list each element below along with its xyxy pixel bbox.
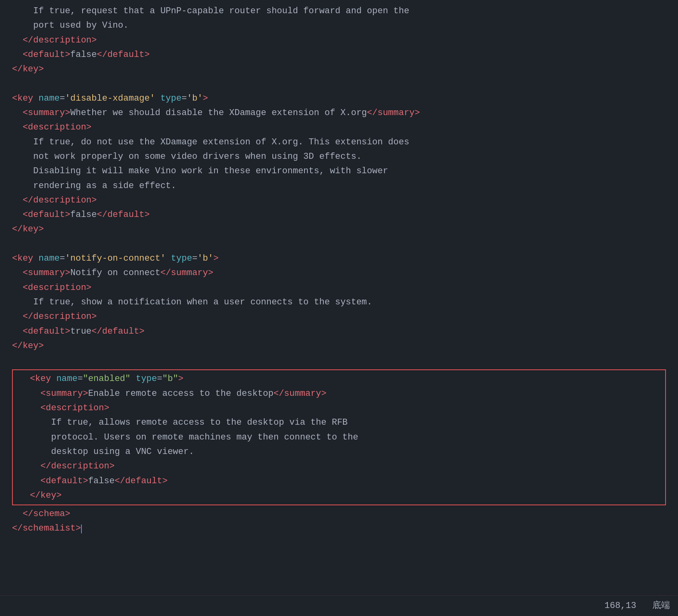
line [8,77,670,91]
line: </description> [15,459,663,474]
cursor [81,525,82,533]
editor: If true, request that a UPnP-capable rou… [0,0,678,616]
line: </key> [15,488,663,503]
line: <description> [15,401,663,415]
line: <description> [8,120,670,135]
line: rendering as a side effect. [8,179,670,193]
editor-mode: 底端 [652,599,670,613]
line: If true, do not use the XDamage extensio… [8,135,670,150]
line [8,237,670,251]
line: </description> [8,310,670,324]
line: </schemalist> [8,521,670,536]
code-block: If true, request that a UPnP-capable rou… [0,4,678,536]
line: <default>false</default> [15,474,663,488]
line: port used by Vino. [8,18,670,33]
line: </key> [8,339,670,353]
status-bar: 168,13 底端 [0,595,678,616]
line: </key> [8,62,670,77]
line: <summary>Enable remote access to the des… [15,387,663,401]
line [8,353,670,368]
line: </schema> [8,507,670,521]
line: <default>false</default> [8,48,670,62]
line: <key name='notify-on-connect' type='b'> [8,251,670,266]
line: <key name="enabled" type="b"> [15,372,663,386]
line: </description> [8,33,670,48]
line: </key> [8,222,670,237]
line: <key name='disable-xdamage' type='b'> [8,91,670,106]
line: desktop using a VNC viewer. [15,445,663,459]
line: <summary>Notify on connect</summary> [8,266,670,280]
line: <default>false</default> [8,208,670,222]
cursor-position: 168,13 [605,599,636,613]
line: <description> [8,281,670,295]
line: If true, show a notification when a user… [8,295,670,310]
line: If true, request that a UPnP-capable rou… [8,4,670,18]
line: If true, allows remote access to the des… [15,415,663,430]
line: not work properly on some video drivers … [8,150,670,164]
line: <default>true</default> [8,324,670,339]
highlighted-block: <key name="enabled" type="b"> <summary>E… [12,369,666,505]
line: </description> [8,193,670,208]
line: Disabling it will make Vino work in thes… [8,164,670,178]
line: <summary>Whether we should disable the X… [8,106,670,120]
line: protocol. Users on remote machines may t… [15,430,663,445]
